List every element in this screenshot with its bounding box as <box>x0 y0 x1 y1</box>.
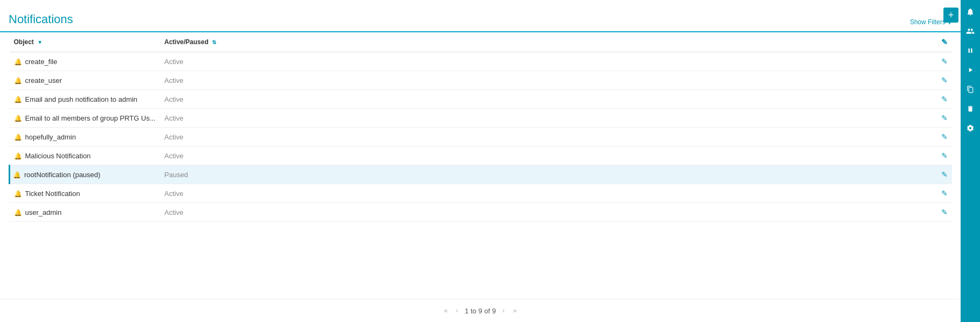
sort-icon-object: ▼ <box>37 39 42 45</box>
sidebar-bell-icon[interactable] <box>961 2 980 22</box>
column-header-action: ✎ <box>931 32 952 52</box>
row-edit-button[interactable]: ✎ <box>941 76 948 85</box>
row-status: Active <box>165 114 183 122</box>
row-object-name: user_admin <box>25 208 62 216</box>
row-bell-icon: 🔔 <box>14 58 22 66</box>
row-bell-icon: 🔔 <box>14 134 22 141</box>
sidebar-play-icon[interactable] <box>961 60 980 80</box>
table-row[interactable]: 🔔rootNotification (paused)Paused✎ <box>10 165 953 184</box>
row-edit-button[interactable]: ✎ <box>941 95 948 103</box>
table-row[interactable]: 🔔Ticket NotificationActive✎ <box>10 184 953 203</box>
row-bell-icon: 🔔 <box>14 190 22 198</box>
row-edit-button[interactable]: ✎ <box>941 189 948 198</box>
column-header-status[interactable]: Active/Paused ⇅ <box>160 32 931 52</box>
row-status: Active <box>165 190 183 198</box>
row-object-name: Malicious Notification <box>25 152 91 160</box>
row-status: Active <box>165 95 183 103</box>
row-bell-icon: 🔔 <box>14 77 22 85</box>
row-object-name: rootNotification (paused) <box>24 171 101 179</box>
table-row[interactable]: 🔔create_userActive✎ <box>10 71 953 90</box>
table-row[interactable]: 🔔Email and push notification to adminAct… <box>10 90 953 109</box>
row-edit-button[interactable]: ✎ <box>941 132 948 141</box>
table-header-row: Object ▼ Active/Paused ⇅ ✎ <box>10 32 953 52</box>
row-bell-icon: 🔔 <box>14 96 22 103</box>
row-bell-icon: 🔔 <box>14 209 22 216</box>
right-sidebar <box>961 0 980 322</box>
page-title: Notifications <box>9 12 73 26</box>
sidebar-delete-icon[interactable] <box>961 99 980 118</box>
row-edit-button[interactable]: ✎ <box>941 114 948 122</box>
prev-page-button[interactable]: ‹ <box>454 306 460 316</box>
table-row[interactable]: 🔔user_adminActive✎ <box>10 203 953 222</box>
add-notification-button[interactable]: + <box>943 8 958 23</box>
row-bell-icon: 🔔 <box>14 115 22 122</box>
row-object-name: create_file <box>25 58 58 66</box>
row-edit-button[interactable]: ✎ <box>941 57 948 66</box>
row-bell-icon: 🔔 <box>13 171 21 179</box>
row-object-name: create_user <box>25 76 62 85</box>
table-row[interactable]: 🔔Malicious NotificationActive✎ <box>10 146 953 165</box>
last-page-button[interactable]: » <box>511 306 519 316</box>
column-header-object[interactable]: Object ▼ <box>10 32 160 52</box>
row-status: Active <box>165 133 183 141</box>
notifications-table: Object ▼ Active/Paused ⇅ ✎ 🔔create_fileA… <box>9 32 952 222</box>
row-status: Active <box>165 76 183 85</box>
row-edit-button[interactable]: ✎ <box>941 151 948 160</box>
table-row[interactable]: 🔔create_fileActive✎ <box>10 52 953 71</box>
row-edit-button[interactable]: ✎ <box>941 208 948 216</box>
sort-icon-status: ⇅ <box>212 39 216 45</box>
notifications-table-container: Object ▼ Active/Paused ⇅ ✎ 🔔create_fileA… <box>0 32 961 299</box>
row-bell-icon: 🔔 <box>14 152 22 160</box>
row-status: Active <box>165 152 183 160</box>
row-object-name: Ticket Notification <box>25 190 80 198</box>
sidebar-copy-icon[interactable] <box>961 80 980 99</box>
row-object-name: Email and push notification to admin <box>25 95 138 103</box>
row-status: Paused <box>165 171 188 179</box>
next-page-button[interactable]: › <box>500 306 507 316</box>
sidebar-pause-icon[interactable] <box>961 41 980 60</box>
row-object-name: Email to all members of group PRTG Us... <box>25 114 156 122</box>
row-status: Active <box>165 58 183 66</box>
first-page-button[interactable]: « <box>442 306 450 316</box>
table-row[interactable]: 🔔hopefully_adminActive✎ <box>10 128 953 146</box>
header-edit-icon[interactable]: ✎ <box>941 38 948 46</box>
table-row[interactable]: 🔔Email to all members of group PRTG Us..… <box>10 109 953 128</box>
pagination-bar: « ‹ 1 to 9 of 9 › » <box>0 299 961 322</box>
sidebar-users-icon[interactable] <box>961 22 980 41</box>
row-status: Active <box>165 208 183 216</box>
pagination-text: 1 to 9 of 9 <box>465 307 496 315</box>
sidebar-wrench-icon[interactable] <box>961 118 980 138</box>
row-object-name: hopefully_admin <box>25 133 76 141</box>
row-edit-button[interactable]: ✎ <box>941 170 948 179</box>
